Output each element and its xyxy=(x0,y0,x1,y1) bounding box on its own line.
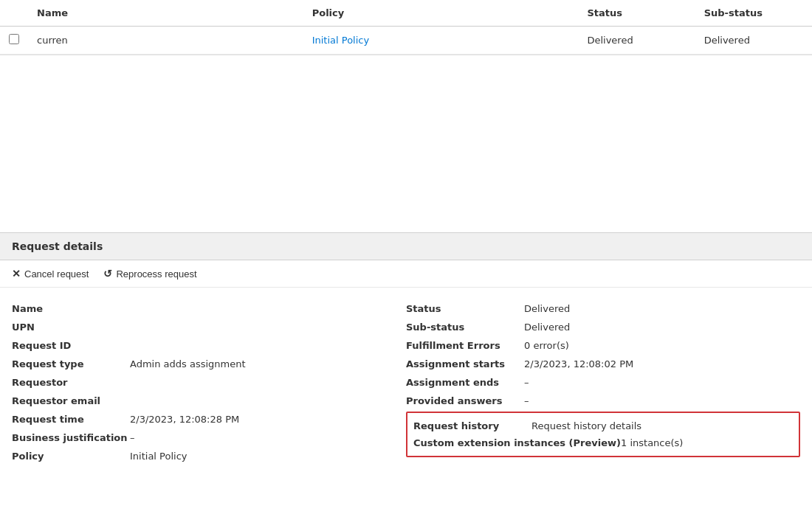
request-actions-bar: ✕ Cancel request ↺ Reprocess request xyxy=(0,260,812,288)
highlighted-request-history-box: Request history Request history details … xyxy=(406,412,800,457)
right-details-col: Status Delivered Sub-status Delivered Fu… xyxy=(406,299,800,465)
label-request-type: Request type xyxy=(12,358,130,369)
detail-fulfillment-errors: Fulfillment Errors 0 error(s) xyxy=(406,336,800,355)
detail-policy: Policy Initial Policy xyxy=(12,447,406,465)
label-business-justification: Business justification xyxy=(12,432,130,443)
row-checkbox[interactable] xyxy=(9,34,19,44)
cancel-request-label: Cancel request xyxy=(24,268,89,280)
label-request-id: Request ID xyxy=(12,340,130,351)
assignments-table: Name Policy Status Sub-status curren Ini… xyxy=(0,0,812,55)
label-request-history: Request history xyxy=(413,420,531,431)
label-request-time: Request time xyxy=(12,414,130,425)
cancel-request-button[interactable]: ✕ Cancel request xyxy=(12,268,89,280)
detail-provided-answers: Provided answers – xyxy=(406,392,800,410)
empty-content-area xyxy=(0,55,812,232)
table-row: curren Initial Policy Delivered Delivere… xyxy=(0,27,812,55)
row-checkbox-cell xyxy=(0,27,28,55)
reprocess-icon: ↺ xyxy=(103,268,112,280)
detail-requestor: Requestor xyxy=(12,373,406,392)
label-provided-answers: Provided answers xyxy=(406,395,524,406)
label-custom-extension-instances: Custom extension instances (Preview) xyxy=(413,437,621,448)
col-header-policy: Policy xyxy=(303,0,579,27)
row-name: curren xyxy=(28,27,303,55)
detail-assignment-starts: Assignment starts 2/3/2023, 12:08:02 PM xyxy=(406,355,800,373)
value-sub-status: Delivered xyxy=(524,322,570,333)
value-status: Delivered xyxy=(524,303,570,314)
request-details-header: Request details xyxy=(0,233,812,260)
detail-request-type: Request type Admin adds assignment xyxy=(12,355,406,373)
label-upn: UPN xyxy=(12,322,130,333)
label-assignment-ends: Assignment ends xyxy=(406,377,524,388)
policy-link[interactable]: Initial Policy xyxy=(312,35,370,46)
col-header-status: Status xyxy=(578,0,695,27)
detail-request-history: Request history Request history details xyxy=(413,417,793,434)
reprocess-request-label: Reprocess request xyxy=(116,268,196,280)
request-details-section: Request details ✕ Cancel request ↺ Repro… xyxy=(0,232,812,477)
detail-assignment-ends: Assignment ends – xyxy=(406,373,800,392)
value-assignment-ends: – xyxy=(524,377,529,388)
value-fulfillment-errors: 0 error(s) xyxy=(524,340,569,351)
reprocess-request-button[interactable]: ↺ Reprocess request xyxy=(103,268,196,280)
value-request-time: 2/3/2023, 12:08:28 PM xyxy=(130,414,239,425)
col-header-name: Name xyxy=(28,0,303,27)
detail-status: Status Delivered xyxy=(406,299,800,318)
value-provided-answers: – xyxy=(524,395,529,406)
detail-request-time: Request time 2/3/2023, 12:08:28 PM xyxy=(12,410,406,428)
left-details-col: Name UPN Request ID Request type Admin a… xyxy=(12,299,406,465)
label-assignment-starts: Assignment starts xyxy=(406,358,524,369)
cancel-icon: ✕ xyxy=(12,268,21,280)
label-sub-status: Sub-status xyxy=(406,322,524,333)
custom-extension-instances-link[interactable]: 1 instance(s) xyxy=(621,437,683,448)
assignments-table-section: Name Policy Status Sub-status curren Ini… xyxy=(0,0,812,55)
value-assignment-starts: 2/3/2023, 12:08:02 PM xyxy=(524,358,633,369)
value-request-type: Admin adds assignment xyxy=(130,358,246,369)
request-details-title: Request details xyxy=(12,240,103,252)
row-policy: Initial Policy xyxy=(303,27,579,55)
row-status: Delivered xyxy=(578,27,695,55)
detail-custom-extension-instances: Custom extension instances (Preview) 1 i… xyxy=(413,434,793,451)
label-status: Status xyxy=(406,303,524,314)
request-history-details-link[interactable]: Request history details xyxy=(531,420,641,431)
detail-sub-status: Sub-status Delivered xyxy=(406,318,800,336)
label-requestor-email: Requestor email xyxy=(12,395,130,406)
label-policy: Policy xyxy=(12,451,130,462)
row-substatus: Delivered xyxy=(695,27,812,55)
detail-requestor-email: Requestor email xyxy=(12,392,406,410)
label-name: Name xyxy=(12,303,130,314)
label-requestor: Requestor xyxy=(12,377,130,388)
details-grid: Name UPN Request ID Request type Admin a… xyxy=(0,288,812,477)
policy-detail-link[interactable]: Initial Policy xyxy=(130,451,187,462)
detail-request-id: Request ID xyxy=(12,336,406,355)
detail-name: Name xyxy=(12,299,406,318)
select-all-header xyxy=(0,0,28,27)
value-business-justification: – xyxy=(130,432,135,443)
detail-business-justification: Business justification – xyxy=(12,428,406,447)
label-fulfillment-errors: Fulfillment Errors xyxy=(406,340,524,351)
col-header-substatus: Sub-status xyxy=(695,0,812,27)
detail-upn: UPN xyxy=(12,318,406,336)
